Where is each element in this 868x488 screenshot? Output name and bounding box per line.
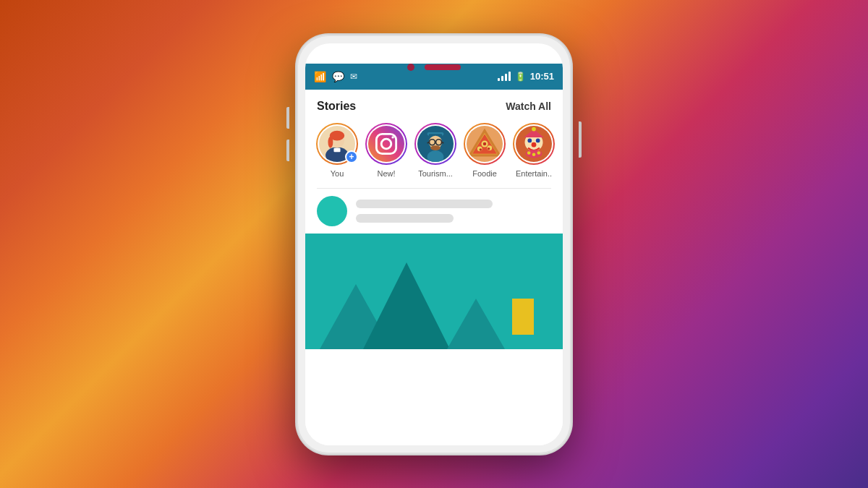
svg-point-29 xyxy=(488,147,490,150)
signal-strength-icon xyxy=(498,72,511,81)
story-inner-entertain xyxy=(514,124,553,163)
phone-screen: 📶 💬 ✉ 🔋 10:51 xyxy=(305,43,563,445)
phone-outer-shell: 📶 💬 ✉ 🔋 10:51 xyxy=(297,35,571,454)
status-bar-right: 🔋 10:51 xyxy=(498,71,554,82)
stories-title: Stories xyxy=(317,100,356,113)
app-content: Stories Watch All xyxy=(305,90,563,445)
story-ring-entertain xyxy=(513,123,555,165)
volume-up-button xyxy=(286,107,289,129)
story-label-entertain: Entertain.. xyxy=(516,169,552,178)
stories-header: Stories Watch All xyxy=(305,90,563,119)
front-camera xyxy=(407,64,414,71)
story-item-foodie[interactable]: Foodie xyxy=(464,123,505,178)
clock-time: 10:51 xyxy=(530,71,554,82)
story-label-you: You xyxy=(331,169,344,178)
teal-background xyxy=(305,234,563,349)
story-avatar-entertain xyxy=(513,123,555,165)
story-avatar-you: + xyxy=(316,123,358,165)
feed-avatar xyxy=(317,196,347,226)
volume-down-button xyxy=(286,140,289,161)
svg-line-17 xyxy=(427,142,430,142)
feed-image xyxy=(305,234,563,349)
svg-point-35 xyxy=(527,138,532,142)
svg-point-27 xyxy=(483,142,487,145)
story-item-you[interactable]: + You xyxy=(317,123,357,178)
svg-point-34 xyxy=(532,127,536,131)
svg-point-28 xyxy=(480,148,482,150)
phone-mockup: 📶 💬 ✉ 🔋 10:51 xyxy=(297,35,571,454)
stories-row: + You xyxy=(305,119,563,188)
avatar-entertain-svg xyxy=(516,126,552,162)
story-label-tourism: Tourism... xyxy=(418,169,453,178)
chat-icon: 💬 xyxy=(332,71,344,82)
svg-point-37 xyxy=(532,142,537,147)
story-avatar-foodie xyxy=(464,123,506,165)
mail-icon: ✉ xyxy=(350,72,357,82)
wifi-icon: 📶 xyxy=(314,71,326,82)
triangle-3 xyxy=(447,299,505,349)
svg-point-40 xyxy=(532,153,536,156)
story-ring-foodie xyxy=(464,123,506,165)
earpiece-speaker xyxy=(425,64,461,70)
status-bar-left: 📶 💬 ✉ xyxy=(314,71,357,82)
feed-item xyxy=(305,189,563,234)
triangle-2 xyxy=(363,262,450,349)
svg-point-4 xyxy=(328,136,333,147)
story-inner-new xyxy=(367,124,406,163)
story-label-foodie: Foodie xyxy=(472,169,497,178)
battery-icon: 🔋 xyxy=(515,72,526,82)
svg-rect-5 xyxy=(333,147,340,152)
feed-line-2 xyxy=(356,214,454,223)
story-inner-tourism xyxy=(416,124,455,163)
power-button xyxy=(579,121,582,158)
svg-point-19 xyxy=(430,145,441,150)
svg-point-41 xyxy=(537,151,541,155)
story-item-entertain[interactable]: Entertain.. xyxy=(514,123,554,178)
story-avatar-tourism xyxy=(414,123,456,165)
feed-line-1 xyxy=(356,200,493,208)
svg-line-18 xyxy=(442,142,444,142)
story-item-new[interactable]: New! xyxy=(366,123,407,178)
avatar-new-svg xyxy=(368,126,404,162)
watch-all-button[interactable]: Watch All xyxy=(506,100,551,112)
avatar-foodie-svg xyxy=(467,126,503,162)
story-ring-new xyxy=(365,123,407,165)
avatar-tourism-svg xyxy=(417,126,454,162)
story-inner-foodie xyxy=(465,124,504,163)
yellow-accent xyxy=(512,299,534,335)
feed-text-skeleton xyxy=(356,200,551,223)
svg-rect-6 xyxy=(368,126,404,162)
story-label-new: New! xyxy=(377,169,395,178)
svg-point-39 xyxy=(527,151,531,155)
svg-point-9 xyxy=(391,136,393,138)
add-story-badge[interactable]: + xyxy=(345,150,358,163)
story-ring-tourism xyxy=(414,123,456,165)
story-avatar-new xyxy=(365,123,407,165)
story-item-tourism[interactable]: Tourism... xyxy=(415,123,456,178)
svg-point-36 xyxy=(536,138,540,142)
